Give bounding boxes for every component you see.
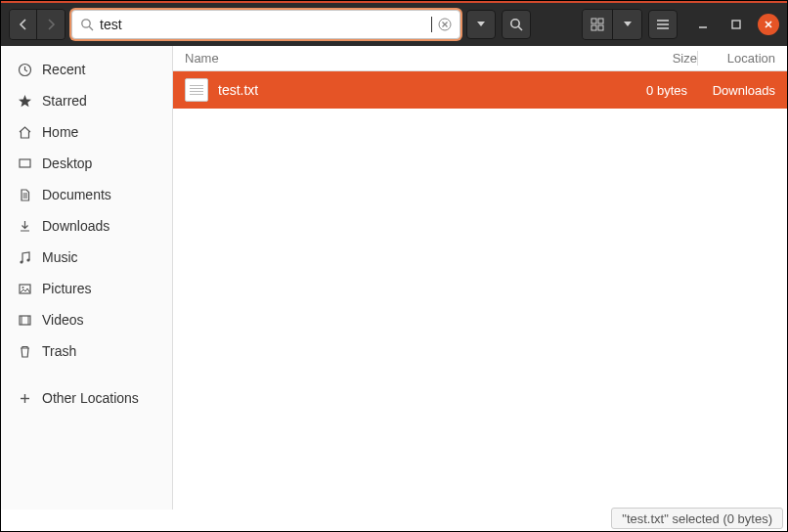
file-location: Downloads (697, 83, 775, 98)
videos-icon (17, 313, 32, 328)
triangle-down-icon (623, 21, 633, 28)
svg-point-19 (20, 260, 22, 263)
svg-rect-15 (20, 159, 30, 167)
svg-rect-13 (732, 21, 740, 28)
sidebar-label: Other Locations (42, 390, 139, 406)
column-size[interactable]: Size (638, 51, 697, 66)
search-input[interactable] (100, 17, 425, 32)
sidebar-item-starred[interactable]: Starred (1, 85, 172, 116)
minimize-icon (697, 19, 709, 30)
back-button[interactable] (10, 10, 37, 39)
file-name: test.txt (218, 82, 619, 98)
desktop-icon (17, 156, 32, 171)
sidebar-label: Videos (42, 312, 84, 328)
sidebar-item-pictures[interactable]: Pictures (1, 273, 172, 304)
svg-line-4 (518, 26, 522, 30)
sidebar-label: Pictures (42, 281, 92, 296)
hamburger-menu-button[interactable] (648, 10, 678, 39)
chevron-right-icon (46, 19, 56, 30)
column-header: Name Size Location (173, 46, 787, 71)
sidebar-label: Music (42, 249, 78, 265)
grid-view-button[interactable] (583, 10, 612, 39)
clock-icon (17, 63, 32, 77)
content-area: Name Size Location test.txt 0 bytes Down… (173, 46, 787, 510)
search-icon (509, 18, 523, 31)
file-row[interactable]: test.txt 0 bytes Downloads (173, 71, 787, 109)
search-toggle-button[interactable] (502, 10, 531, 39)
clear-search-icon[interactable] (438, 18, 452, 31)
view-dropdown-button[interactable] (612, 10, 641, 39)
sidebar-label: Recent (42, 62, 85, 77)
sidebar-label: Documents (42, 187, 111, 202)
sidebar-label: Home (42, 124, 78, 140)
svg-point-0 (82, 20, 90, 27)
minimize-button[interactable] (691, 13, 715, 36)
svg-rect-7 (591, 25, 596, 30)
sidebar-item-recent[interactable]: Recent (1, 54, 172, 85)
document-icon (17, 188, 32, 202)
nav-group (9, 9, 66, 40)
trash-icon (17, 344, 32, 359)
pictures-icon (17, 282, 32, 296)
svg-line-1 (89, 26, 93, 30)
hamburger-icon (656, 19, 670, 30)
column-location[interactable]: Location (697, 51, 775, 66)
view-group (582, 9, 642, 40)
sidebar-label: Desktop (42, 155, 92, 171)
sidebar-item-music[interactable]: Music (1, 242, 172, 273)
file-size: 0 bytes (629, 83, 687, 98)
sidebar-item-desktop[interactable]: Desktop (1, 148, 172, 179)
sidebar-label: Downloads (42, 218, 109, 234)
sidebar-label: Starred (42, 93, 87, 109)
maximize-button[interactable] (724, 13, 748, 36)
search-box[interactable] (71, 10, 460, 39)
sidebar-item-trash[interactable]: Trash (1, 335, 172, 367)
grid-icon (591, 18, 604, 31)
close-icon (764, 20, 773, 29)
svg-rect-8 (598, 25, 603, 30)
column-name[interactable]: Name (185, 51, 638, 66)
download-icon (17, 219, 32, 234)
triangle-down-icon (476, 21, 486, 28)
sidebar: Recent Starred Home Desktop Documents Do… (1, 46, 173, 510)
svg-point-3 (511, 20, 519, 27)
sidebar-item-videos[interactable]: Videos (1, 304, 172, 335)
text-file-icon (185, 78, 208, 102)
forward-button[interactable] (37, 10, 65, 39)
header-bar (1, 1, 787, 46)
home-icon (17, 125, 32, 140)
sidebar-item-other-locations[interactable]: Other Locations (1, 382, 172, 414)
chevron-left-icon (19, 19, 28, 30)
svg-rect-6 (598, 19, 603, 23)
close-button[interactable] (758, 14, 779, 35)
star-icon (17, 94, 32, 109)
music-icon (17, 250, 32, 265)
window-controls (691, 13, 779, 36)
plus-icon (17, 391, 32, 406)
search-icon (80, 18, 94, 31)
sidebar-item-home[interactable]: Home (1, 116, 172, 148)
maximize-icon (730, 19, 742, 30)
svg-rect-5 (591, 19, 596, 23)
path-dropdown-button[interactable] (466, 10, 496, 39)
status-text: "test.txt" selected (0 bytes) (622, 511, 772, 526)
sidebar-item-documents[interactable]: Documents (1, 179, 172, 210)
sidebar-item-downloads[interactable]: Downloads (1, 210, 172, 242)
svg-point-20 (26, 258, 29, 261)
status-bar: "test.txt" selected (0 bytes) (611, 508, 783, 529)
sidebar-label: Trash (42, 343, 76, 359)
svg-point-22 (22, 287, 23, 288)
